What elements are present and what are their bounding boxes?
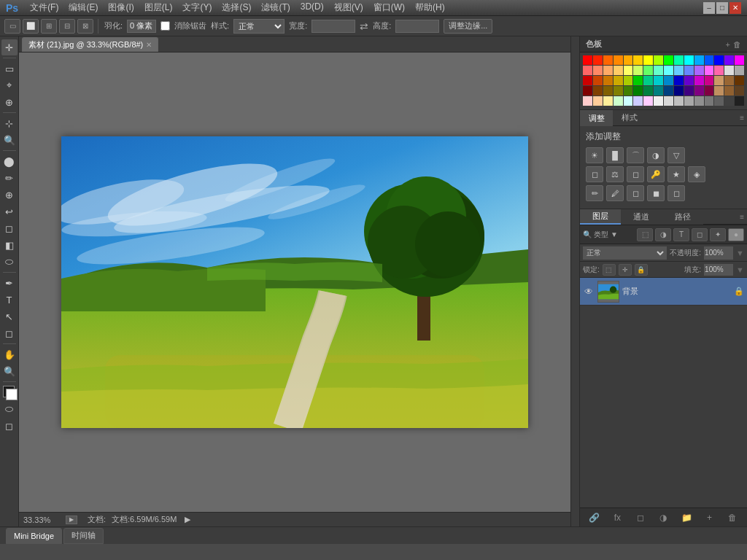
swatch[interactable] bbox=[624, 76, 633, 85]
adj-panel-menu-btn[interactable]: ≡ bbox=[740, 114, 744, 122]
menu-filter[interactable]: 滤镜(T) bbox=[257, 0, 294, 15]
menu-view[interactable]: 视图(V) bbox=[330, 0, 368, 15]
menu-window[interactable]: 窗口(W) bbox=[369, 0, 409, 15]
invert-btn[interactable]: ✏ bbox=[586, 185, 603, 201]
gradient-map-btn[interactable]: ◼ bbox=[647, 185, 665, 201]
photo-filter-btn[interactable]: 🔑 bbox=[647, 166, 665, 182]
swatch[interactable] bbox=[694, 66, 704, 75]
swatch[interactable] bbox=[714, 55, 724, 65]
swatch[interactable] bbox=[724, 55, 734, 65]
swatch[interactable] bbox=[583, 86, 592, 96]
swatch[interactable] bbox=[735, 96, 744, 106]
swatch[interactable] bbox=[603, 55, 613, 65]
menu-edit[interactable]: 编辑(E) bbox=[64, 0, 102, 15]
swatch[interactable] bbox=[654, 66, 663, 75]
shape-tool[interactable]: ◻ bbox=[1, 325, 18, 341]
swatch[interactable] bbox=[654, 55, 663, 65]
zoom-tool[interactable]: 🔍 bbox=[1, 363, 18, 379]
menu-select[interactable]: 选择(S) bbox=[217, 0, 255, 15]
shape-filter-btn[interactable]: ◻ bbox=[692, 228, 708, 241]
lock-pixels-btn[interactable]: ⬚ bbox=[603, 264, 616, 276]
delete-layer-btn[interactable]: 🗑 bbox=[725, 511, 740, 524]
layer-visibility-toggle[interactable]: 👁 bbox=[583, 286, 595, 298]
rect-marquee-btn[interactable]: ▭ bbox=[4, 19, 20, 34]
layers-panel-menu-btn[interactable]: ≡ bbox=[740, 213, 744, 221]
swatch[interactable] bbox=[735, 86, 744, 96]
swatch[interactable] bbox=[614, 55, 623, 65]
smart-filter-btn[interactable]: ✦ bbox=[710, 228, 726, 241]
swatch[interactable] bbox=[674, 86, 684, 96]
swatch[interactable] bbox=[684, 66, 694, 75]
swatch[interactable] bbox=[654, 86, 663, 96]
blend-mode-select[interactable]: 正常 bbox=[583, 246, 667, 260]
curves-btn[interactable]: ⌒ bbox=[627, 147, 644, 163]
levels-btn[interactable]: ▐▌ bbox=[606, 147, 624, 163]
swatch[interactable] bbox=[674, 66, 684, 75]
close-button[interactable]: ✕ bbox=[729, 2, 741, 14]
swatch[interactable] bbox=[694, 96, 704, 106]
swatch[interactable] bbox=[624, 86, 633, 96]
swatch[interactable] bbox=[643, 96, 653, 106]
swatch[interactable] bbox=[664, 55, 673, 65]
tab-styles[interactable]: 样式 bbox=[613, 110, 646, 126]
zoom-arrow-btn[interactable]: ▶ bbox=[66, 516, 77, 524]
doc-info-arrow[interactable]: ▶ bbox=[182, 515, 193, 525]
bw-btn[interactable]: ◻ bbox=[627, 166, 644, 182]
swatch[interactable] bbox=[714, 86, 724, 96]
height-input[interactable] bbox=[395, 20, 439, 33]
swatch[interactable] bbox=[614, 76, 623, 85]
swatch[interactable] bbox=[593, 55, 603, 65]
swatch[interactable] bbox=[593, 76, 603, 85]
swatch[interactable] bbox=[643, 86, 653, 96]
swatch[interactable] bbox=[624, 66, 633, 75]
link-layers-btn[interactable]: 🔗 bbox=[587, 511, 602, 524]
swatch[interactable] bbox=[614, 86, 623, 96]
swatch[interactable] bbox=[643, 76, 653, 85]
crop-tool[interactable]: ⊹ bbox=[1, 115, 18, 131]
channel-mixer-btn[interactable]: ★ bbox=[667, 166, 685, 182]
swatch[interactable] bbox=[614, 96, 623, 106]
color-balance-btn[interactable]: ⚖ bbox=[606, 166, 624, 182]
threshold-btn[interactable]: ◻ bbox=[627, 185, 644, 201]
type-tool[interactable]: T bbox=[1, 292, 18, 308]
swatch[interactable] bbox=[583, 66, 592, 75]
layer-item-background[interactable]: 👁 背景 🔒 bbox=[580, 278, 747, 306]
swatch[interactable] bbox=[674, 55, 684, 65]
intersect-selection-btn[interactable]: ⊠ bbox=[77, 19, 93, 34]
swatch[interactable] bbox=[643, 55, 653, 65]
brightness-contrast-btn[interactable]: ☀ bbox=[586, 147, 603, 163]
swatch[interactable] bbox=[633, 76, 643, 85]
swatch[interactable] bbox=[583, 55, 592, 65]
swatch[interactable] bbox=[714, 96, 724, 106]
document-tab[interactable]: 素材 (21).jpg @ 33.3%(RGB/8#) ✕ bbox=[22, 37, 158, 52]
swatch[interactable] bbox=[705, 55, 714, 65]
dodge-tool[interactable]: ⬭ bbox=[1, 254, 18, 270]
swatch[interactable] bbox=[724, 86, 734, 96]
swatch[interactable] bbox=[654, 96, 663, 106]
menu-help[interactable]: 帮助(H) bbox=[411, 0, 449, 15]
vibrance-btn[interactable]: ▽ bbox=[667, 147, 685, 163]
tab-layers[interactable]: 图层 bbox=[580, 209, 621, 225]
swatch[interactable] bbox=[674, 76, 684, 85]
antialias-checkbox[interactable] bbox=[160, 21, 170, 31]
swatch[interactable] bbox=[684, 96, 694, 106]
swatch[interactable] bbox=[724, 76, 734, 85]
toggle-filter-btn[interactable]: ● bbox=[728, 228, 744, 241]
swatch[interactable] bbox=[674, 96, 684, 106]
canvas-viewport[interactable] bbox=[19, 52, 570, 512]
swatch[interactable] bbox=[735, 55, 744, 65]
add-mask-btn[interactable]: ◻ bbox=[633, 511, 648, 524]
swatch[interactable] bbox=[593, 96, 603, 106]
new-selection-btn[interactable]: ⬜ bbox=[23, 19, 39, 34]
swatch[interactable] bbox=[684, 55, 694, 65]
color-panel-del-btn[interactable]: 🗑 bbox=[733, 40, 741, 49]
menu-layer[interactable]: 图层(L) bbox=[140, 0, 177, 15]
style-select[interactable]: 正常 固定比例 固定大小 bbox=[233, 19, 285, 34]
rect-marquee-tool[interactable]: ▭ bbox=[1, 61, 18, 77]
timeline-tab[interactable]: 时间轴 bbox=[63, 528, 104, 544]
swatch[interactable] bbox=[664, 96, 673, 106]
path-select-tool[interactable]: ↖ bbox=[1, 308, 18, 324]
move-tool[interactable]: ✛ bbox=[1, 39, 18, 55]
foreground-color[interactable] bbox=[1, 384, 18, 400]
spot-heal-tool[interactable]: ⬤ bbox=[1, 153, 18, 169]
